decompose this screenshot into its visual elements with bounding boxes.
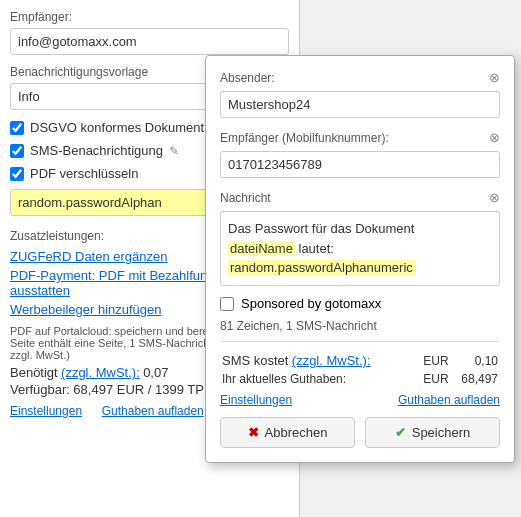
absender-label: Absender: xyxy=(220,71,275,85)
benotigt-zzgl-link[interactable]: (zzgl. MwSt.): xyxy=(61,365,140,380)
cost-zzgl-link[interactable]: (zzgl. MwSt.): xyxy=(292,353,371,368)
sponsored-row: Sponsored by gotomaxx xyxy=(220,296,500,311)
sponsored-label: Sponsored by gotomaxx xyxy=(241,296,381,311)
sponsored-checkbox[interactable] xyxy=(220,297,234,311)
cost-currency: EUR xyxy=(416,352,449,369)
sms-popup: Absender: ⊗ Empfänger (Mobilfunknummer):… xyxy=(205,55,515,463)
verfugbar-label: Verfügbar: xyxy=(10,382,70,397)
absender-close-icon[interactable]: ⊗ xyxy=(489,70,500,85)
popup-aufladen-link[interactable]: Guthaben aufladen xyxy=(398,393,500,407)
save-label: Speichern xyxy=(412,425,471,440)
popup-settings-row: Einstellungen Guthaben aufladen xyxy=(220,393,500,407)
dsgvo-checkbox[interactable] xyxy=(10,121,24,135)
verfugbar-value: 68,497 EUR / 1399 TP xyxy=(73,382,204,397)
nachricht-highlight2: random.passwordAlphanumeric xyxy=(228,260,415,275)
guthaben-row: Ihr aktuelles Guthaben: EUR 68,497 xyxy=(222,371,498,387)
empfanger-input[interactable] xyxy=(10,28,289,55)
popup-divider xyxy=(220,341,500,342)
empfanger-popup-row: Empfänger (Mobilfunknummer): ⊗ xyxy=(220,130,500,145)
nachricht-box[interactable]: Das Passwort für das Dokument dateiName … xyxy=(220,211,500,286)
bg-settings-link[interactable]: Einstellungen xyxy=(10,404,82,418)
sms-checkbox[interactable] xyxy=(10,144,24,158)
cancel-label: Abbrechen xyxy=(265,425,328,440)
dsgvo-label: DSGVO konformes Dokument xyxy=(30,120,204,135)
popup-settings-link[interactable]: Einstellungen xyxy=(220,393,292,407)
guthaben-value: 68,497 xyxy=(451,371,498,387)
guthaben-label: Ihr aktuelles Guthaben: xyxy=(222,371,414,387)
pdf-checkbox[interactable] xyxy=(10,167,24,181)
nachricht-label: Nachricht xyxy=(220,191,271,205)
save-button[interactable]: ✔ Speichern xyxy=(365,417,500,448)
cost-value: 0,10 xyxy=(451,352,498,369)
bg-aufladen-link[interactable]: Guthaben aufladen xyxy=(102,404,204,418)
nachricht-highlight1: dateiName xyxy=(228,241,295,256)
cost-row: SMS kostet (zzgl. MwSt.): EUR 0,10 xyxy=(222,352,498,369)
nachricht-text1: Das Passwort für das Dokument xyxy=(228,221,414,236)
nachricht-close-icon[interactable]: ⊗ xyxy=(489,190,500,205)
sms-info: 81 Zeichen, 1 SMS-Nachricht xyxy=(220,319,500,333)
absender-input[interactable] xyxy=(220,91,500,118)
nachricht-text2: lautet: xyxy=(299,241,334,256)
nachricht-row: Nachricht ⊗ xyxy=(220,190,500,205)
absender-row: Absender: ⊗ xyxy=(220,70,500,85)
cost-label: SMS kostet (zzgl. MwSt.): xyxy=(222,352,414,369)
empfanger-popup-input[interactable] xyxy=(220,151,500,178)
sms-label: SMS-Benachrichtigung xyxy=(30,143,163,158)
empfanger-close-icon[interactable]: ⊗ xyxy=(489,130,500,145)
save-icon: ✔ xyxy=(395,425,406,440)
guthaben-currency: EUR xyxy=(416,371,449,387)
sms-edit-icon[interactable]: ✎ xyxy=(169,144,179,158)
pdf-label: PDF verschlüsseln xyxy=(30,166,138,181)
cancel-button[interactable]: ✖ Abbrechen xyxy=(220,417,355,448)
benotigt-value: 0,07 xyxy=(143,365,168,380)
benotigt-label: Benötigt xyxy=(10,365,58,380)
popup-button-row: ✖ Abbrechen ✔ Speichern xyxy=(220,417,500,448)
empfanger-label: Empfänger: xyxy=(10,10,289,24)
empfanger-popup-label: Empfänger (Mobilfunknummer): xyxy=(220,131,389,145)
cost-table: SMS kostet (zzgl. MwSt.): EUR 0,10 Ihr a… xyxy=(220,350,500,389)
cancel-icon: ✖ xyxy=(248,425,259,440)
